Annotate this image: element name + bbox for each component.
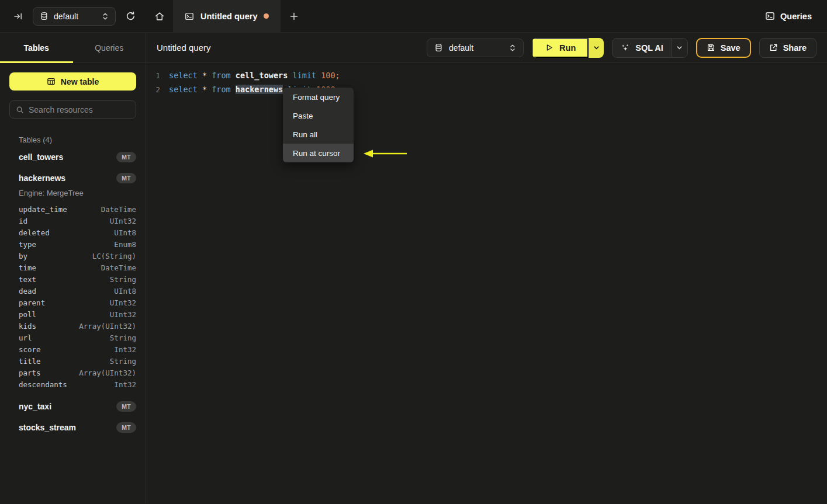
menu-item-format-query[interactable]: Format query [283,88,354,106]
toolbar-database-selector[interactable]: default [427,39,524,57]
table-row-hackernews[interactable]: hackernewsMT [9,168,136,189]
chevron-down-icon [593,44,600,51]
column-name: deleted [19,228,50,237]
column-row: idUInt32 [19,215,136,227]
engine-badge: MT [116,422,136,433]
code-line: 2select * from hackernews limit 1000 [146,82,827,96]
column-name: title [19,357,41,366]
column-type: DateTime [101,263,136,272]
table-row-nyc_taxi[interactable]: nyc_taxiMT [9,396,136,417]
tab-strip: Untitled query [146,0,307,32]
queries-icon [765,11,775,21]
code-token: cell_towers [236,71,288,80]
column-name: descendants [19,380,67,389]
table-name: hackernews [19,173,65,183]
column-type: DateTime [101,205,136,214]
search-input[interactable] [29,105,134,114]
run-options-button[interactable] [589,38,604,58]
menu-item-paste[interactable]: Paste [283,106,354,125]
database-icon [40,12,49,20]
second-bar: Tables Queries Untitled query default [0,33,827,63]
table-name: stocks_stream [19,423,76,432]
topbar-right: Queries [765,0,827,32]
sidebar-tab-queries[interactable]: Queries [73,33,146,62]
save-button[interactable]: Save [696,38,751,58]
code-token: * [202,85,207,94]
column-row: deletedUInt8 [19,227,136,238]
tables-list: cell_towersMThackernewsMTEngine: MergeTr… [9,147,136,438]
sidebar: New table Tables (4) cell_towersMThacker… [0,63,146,503]
play-icon [545,43,553,52]
column-name: dead [19,287,36,296]
new-table-button[interactable]: New table [9,72,136,91]
code-token [231,85,236,94]
sql-ai-options-button[interactable] [672,39,687,57]
column-row: descendantsInt32 [19,378,136,390]
plus-icon [289,12,299,21]
new-tab-button[interactable] [281,0,307,32]
code-token [231,71,236,80]
code-token [207,85,212,94]
home-icon [154,11,165,22]
share-button[interactable]: Share [759,38,816,58]
code-token [198,71,202,80]
code-token: * [202,71,207,80]
home-button[interactable] [146,0,173,32]
table-grid-icon [47,77,56,86]
table-name: cell_towers [19,152,63,162]
sql-ai-button[interactable]: SQL AI [613,39,672,57]
menu-item-run-at-cursor[interactable]: Run at cursor [283,144,354,162]
line-number: 1 [146,71,160,80]
column-type: String [110,357,136,366]
column-name: url [19,333,32,342]
topbar-left: default [0,0,146,32]
menu-item-run-all[interactable]: Run all [283,125,354,144]
code-token [198,85,202,94]
table-row-stocks_stream[interactable]: stocks_streamMT [9,417,136,438]
table-row-cell_towers[interactable]: cell_towersMT [9,147,136,168]
table-name: nyc_taxi [19,402,51,411]
collapse-sidebar-button[interactable] [11,9,26,24]
sparkles-icon [621,43,630,53]
column-row: typeEnum8 [19,238,136,250]
share-button-label: Share [783,43,807,53]
sql-ai-label: SQL AI [635,43,663,53]
refresh-button[interactable] [123,9,138,24]
run-button-group: Run [532,38,604,58]
content-area: New table Tables (4) cell_towersMThacker… [0,63,827,503]
column-type: String [110,275,136,284]
code-token: select [169,71,198,80]
code-token: hackernews [236,85,283,94]
query-title: Untitled query [157,43,211,53]
sidebar-tab-tables[interactable]: Tables [0,33,73,62]
column-row: scoreInt32 [19,343,136,355]
engine-badge: MT [116,173,136,183]
sql-editor[interactable]: 1select * from cell_towers limit 100;2se… [146,63,827,503]
column-name: kids [19,322,36,331]
terminal-icon [185,12,194,21]
sql-console-app: default Untitled query [0,0,827,504]
code-token [288,71,292,80]
column-name: type [19,240,36,249]
column-row: timeDateTime [19,262,136,273]
column-row: deadUInt8 [19,285,136,297]
toolbar-controls: default Run [427,38,816,58]
topbar-database-selector[interactable]: default [33,7,116,26]
column-type: LC(String) [92,252,136,260]
tab-untitled-query[interactable]: Untitled query [173,0,281,32]
chevron-updown-icon [102,12,109,20]
column-name: by [19,252,27,260]
editor-context-menu: Format queryPasteRun allRun at cursor [283,88,354,162]
line-number: 2 [146,85,160,94]
code-token: 100; [321,71,340,80]
queries-button[interactable]: Queries [765,11,812,21]
column-row: urlString [19,332,136,343]
run-button[interactable]: Run [532,38,589,58]
column-name: parent [19,298,45,307]
column-name: text [19,275,36,284]
column-type: Int32 [114,345,136,354]
collapse-sidebar-icon [13,12,23,21]
tables-section-label: Tables (4) [9,135,136,144]
sidebar-tab-bar: Tables Queries [0,33,146,62]
column-type: UInt32 [110,217,136,225]
